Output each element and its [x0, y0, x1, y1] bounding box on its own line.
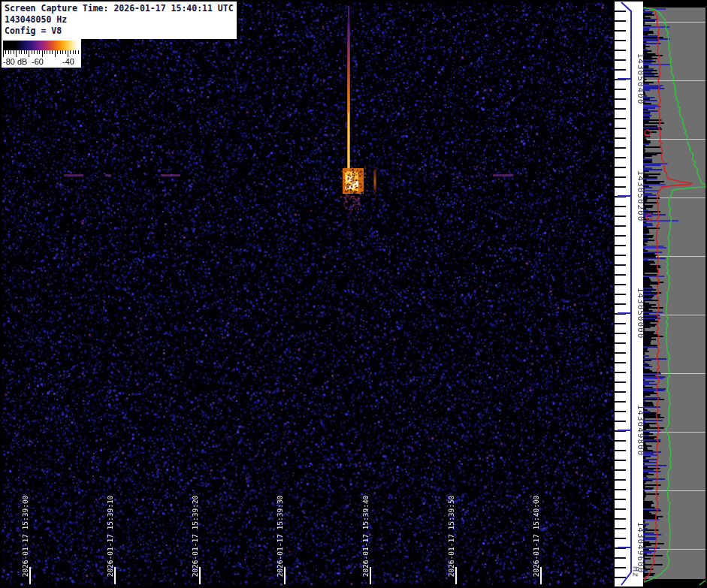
colorbar-gradient [3, 41, 80, 50]
capture-time-text: Screen Capture Time: 2026-01-17 15:40:11… [5, 3, 234, 14]
frequency-axis-label: 143050200 [636, 170, 645, 222]
spectrogram-app-window: Screen Capture Time: 2026-01-17 15:40:11… [0, 0, 707, 588]
colorbar-label-max: -40 [62, 57, 74, 66]
frequency-axis-label: 143049800 [636, 405, 645, 457]
frequency-axis-label: 143050000 [636, 288, 645, 339]
time-axis-label: 2026-01-17 15:39:30 [276, 496, 284, 577]
time-axis-tick [540, 567, 542, 584]
time-axis-tick [114, 567, 116, 584]
capture-frequency-text: 143048050 Hz [5, 14, 234, 26]
colorbar-labels: -80 dB -60 -40 [2, 57, 81, 67]
frequency-axis-label: 143049600 [636, 522, 645, 574]
colorbar-ticks [3, 50, 80, 57]
time-axis-label: 2026-01-17 15:39:50 [447, 496, 455, 577]
colorbar-label-min: -80 dB [3, 57, 27, 66]
time-axis-tick [370, 567, 371, 584]
time-axis-label: 2026-01-17 15:39:10 [106, 496, 114, 577]
time-axis-label: 2026-01-17 15:39:20 [191, 496, 199, 577]
time-axis-label: 2026-01-17 15:40:00 [532, 496, 540, 577]
time-axis-tick [455, 567, 457, 584]
time-axis-tick [199, 567, 201, 584]
intensity-colorbar: -80 dB -60 -40 [2, 39, 81, 68]
colorbar-label-mid: -60 [32, 57, 44, 66]
capture-info-box: Screen Capture Time: 2026-01-17 15:40:11… [2, 2, 237, 39]
time-axis-label: 2026-01-17 15:39:40 [361, 496, 370, 577]
frequency-axis-label: 143050400 [636, 53, 645, 105]
time-axis-tick [284, 567, 286, 584]
time-axis-tick [29, 567, 31, 584]
time-axis-label: 2026-01-17 15:39:00 [21, 496, 29, 577]
config-text: Config = V8 [5, 26, 234, 37]
